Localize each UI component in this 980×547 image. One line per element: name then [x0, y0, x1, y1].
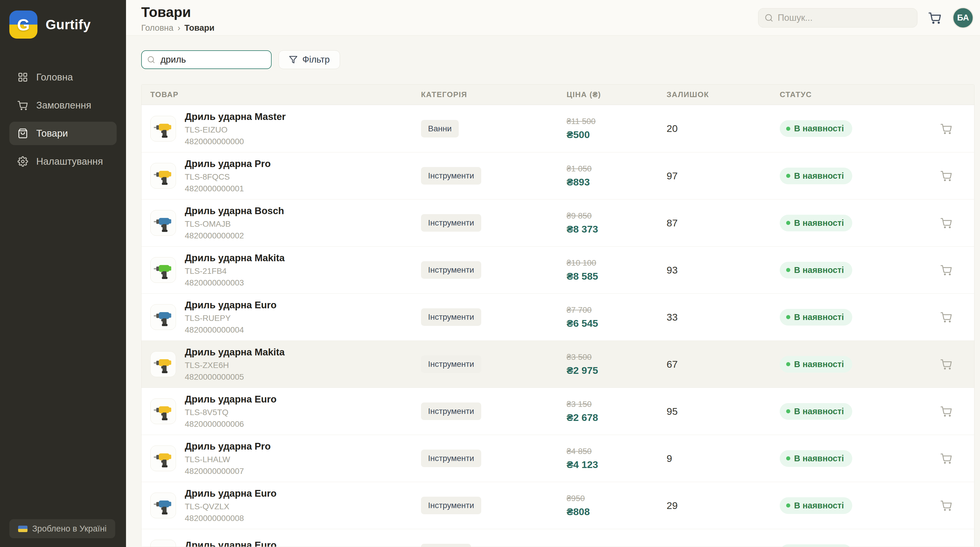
products-search-input[interactable]	[141, 50, 272, 69]
table-row[interactable]: Дриль ударна Bosch TLS-OMAJB 48200000000…	[142, 199, 974, 246]
category-cell: Інструменти	[421, 214, 566, 232]
current-price: ₴2 678	[566, 412, 667, 423]
product-info: Дриль ударна Master TLS-EIZUO 4820000000…	[185, 111, 286, 146]
category-badge: Інструменти	[421, 356, 481, 373]
product-name: Дриль ударна Pro	[185, 158, 271, 169]
add-to-cart-icon[interactable]	[940, 453, 952, 464]
add-to-cart-icon[interactable]	[940, 311, 952, 323]
status-cell: В наявності	[780, 497, 927, 514]
stock-cell: 93	[667, 265, 780, 276]
price-cell: ₴3 150 ₴2 678	[566, 400, 667, 423]
add-to-cart-icon[interactable]	[940, 264, 952, 276]
product-thumbnail	[150, 445, 176, 471]
current-price: ₴8 585	[566, 271, 667, 282]
product-cell: Дриль ударна Master TLS-EIZUO 4820000000…	[150, 111, 421, 146]
table-row[interactable]: Дриль ударна Pro TLS-8FQCS 4820000000001…	[142, 152, 974, 199]
status-cell: В наявності	[780, 215, 927, 231]
table-row[interactable]: Дриль ударна Euro TLS-JQW6A Раковини ₴10…	[142, 529, 974, 547]
drill-image	[153, 542, 173, 547]
status-dot-icon	[786, 315, 790, 319]
product-info: Дриль ударна Euro TLS-8V5TQ 482000000000…	[185, 394, 277, 429]
category-badge: Інструменти	[421, 167, 481, 185]
table-row[interactable]: Дриль ударна Makita TLS-21FB4 4820000000…	[142, 246, 974, 293]
product-cell: Дриль ударна Euro TLS-QVZLX 482000000000…	[150, 488, 421, 523]
add-to-cart-icon[interactable]	[940, 170, 952, 182]
status-badge: В наявності	[780, 497, 852, 514]
product-info: Дриль ударна Makita TLS-21FB4 4820000000…	[185, 252, 285, 287]
sidebar-item-products[interactable]: Товари	[10, 122, 117, 145]
product-info: Дриль ударна Euro TLS-JQW6A	[185, 540, 277, 547]
column-header-product: ТОВАР	[150, 90, 421, 99]
product-cell: Дриль ударна Makita TLS-ZXE6H 4820000000…	[150, 347, 421, 382]
stock-cell: 29	[667, 500, 780, 511]
table-row[interactable]: Дриль ударна Makita TLS-ZXE6H 4820000000…	[142, 340, 974, 388]
grid-icon	[18, 72, 28, 83]
product-sku: TLS-8V5TQ	[185, 408, 277, 417]
add-to-cart-icon[interactable]	[940, 500, 952, 511]
stock-cell: 33	[667, 311, 780, 323]
filter-button-label: Фільтр	[302, 54, 330, 65]
product-sku: TLS-LHALW	[185, 455, 271, 464]
sidebar-item-label: Головна	[36, 72, 73, 83]
product-cell: Дриль ударна Euro TLS-RUEPY 482000000000…	[150, 300, 421, 335]
status-badge: В наявності	[780, 167, 852, 184]
product-barcode: 4820000000007	[185, 467, 271, 476]
funnel-icon	[289, 55, 298, 64]
price-cell: ₴4 850 ₴4 123	[566, 447, 667, 470]
status-cell: В наявності	[780, 120, 927, 137]
current-price: ₴500	[566, 129, 667, 140]
add-to-cart-icon[interactable]	[940, 405, 952, 417]
product-info: Дриль ударна Makita TLS-ZXE6H 4820000000…	[185, 347, 285, 382]
status-dot-icon	[786, 221, 790, 225]
product-barcode: 4820000000002	[185, 231, 284, 241]
product-sku: TLS-OMAJB	[185, 219, 284, 229]
breadcrumb-parent[interactable]: Головна	[141, 23, 173, 33]
product-cell: Дриль ударна Pro TLS-8FQCS 4820000000001	[150, 158, 421, 193]
add-to-cart-icon[interactable]	[940, 123, 952, 134]
ukraine-flag-icon	[18, 526, 27, 532]
sidebar-item-settings[interactable]: Налаштування	[10, 150, 117, 173]
price-cell: ₴10 100 ₴8 585	[566, 258, 667, 282]
status-label: В наявності	[794, 454, 844, 463]
table-row[interactable]: Дриль ударна Euro TLS-8V5TQ 482000000000…	[142, 388, 974, 435]
sidebar-item-orders[interactable]: Замовлення	[10, 94, 117, 117]
table-row[interactable]: Дриль ударна Pro TLS-LHALW 4820000000007…	[142, 435, 974, 482]
avatar[interactable]: БА	[953, 7, 974, 29]
search-icon	[765, 13, 773, 22]
price-cell: ₴3 500 ₴2 975	[566, 352, 667, 376]
avatar-initials: БА	[957, 13, 969, 22]
brand-name: Gurtify	[46, 17, 91, 32]
drill-image	[153, 307, 173, 327]
product-name: Дриль ударна Makita	[185, 252, 285, 263]
current-price: ₴4 123	[566, 459, 667, 470]
global-search-input[interactable]	[758, 8, 918, 27]
price-cell: ₴7 700 ₴6 545	[566, 305, 667, 329]
breadcrumb-separator: ›	[177, 23, 180, 33]
category-cell: Раковини	[421, 544, 566, 547]
product-name: Дриль ударна Euro	[185, 300, 277, 311]
header-cart-icon[interactable]	[929, 11, 942, 24]
product-sku: TLS-RUEPY	[185, 314, 277, 323]
status-dot-icon	[786, 504, 790, 507]
price-cell: ₴1 050 ₴893	[566, 164, 667, 188]
product-sku: TLS-21FB4	[185, 266, 285, 276]
old-price: ₴950	[566, 494, 667, 503]
product-thumbnail	[150, 493, 176, 518]
add-to-cart-icon[interactable]	[940, 217, 952, 229]
product-name: Дриль ударна Pro	[185, 441, 271, 452]
filter-button[interactable]: Фільтр	[278, 50, 340, 69]
actions-cell	[927, 500, 966, 511]
breadcrumb-current: Товари	[185, 23, 215, 33]
table-row[interactable]: Дриль ударна Euro TLS-QVZLX 482000000000…	[142, 482, 974, 529]
table-row[interactable]: Дриль ударна Master TLS-EIZUO 4820000000…	[142, 105, 974, 152]
sidebar-item-dashboard[interactable]: Головна	[10, 65, 117, 89]
stock-cell: 67	[667, 359, 780, 370]
product-name: Дриль ударна Euro	[185, 488, 277, 499]
actions-cell	[927, 405, 966, 417]
add-to-cart-icon[interactable]	[940, 358, 952, 370]
drill-image	[153, 401, 173, 421]
table-row[interactable]: Дриль ударна Euro TLS-RUEPY 482000000000…	[142, 293, 974, 340]
status-dot-icon	[786, 409, 790, 413]
bag-icon	[18, 128, 28, 139]
stock-cell: 95	[667, 406, 780, 417]
